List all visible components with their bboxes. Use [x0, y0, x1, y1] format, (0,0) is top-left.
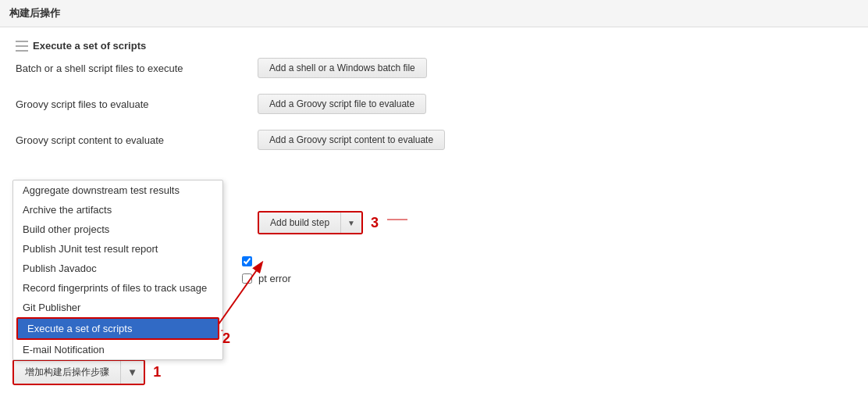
- groovy-content-row: Groovy script content to evaluate Add a …: [16, 130, 852, 150]
- menu-item-execute-scripts[interactable]: Execute a set of scripts: [18, 319, 218, 338]
- post-build-arrow-button[interactable]: ▼: [121, 361, 144, 384]
- section-title: Execute a set of scripts: [33, 40, 146, 52]
- main-content: Execute a set of scripts Batch or a shel…: [0, 27, 868, 178]
- menu-item-email[interactable]: E-mail Notification: [13, 340, 222, 359]
- batch-shell-row: Batch or a shell script files to execute…: [16, 58, 852, 78]
- add-groovy-file-button[interactable]: Add a Groovy script file to evaluate: [258, 94, 426, 114]
- batch-shell-label: Batch or a shell script files to execute: [16, 58, 258, 74]
- add-groovy-content-button[interactable]: Add a Groovy script content to evaluate: [258, 130, 445, 150]
- menu-item-publish-junit[interactable]: Publish JUnit test result report: [13, 239, 222, 259]
- add-build-step-arrow-button[interactable]: ▼: [341, 213, 361, 233]
- badge-1: 1: [153, 364, 161, 380]
- post-build-split-button: 增加构建后操作步骤 ▼: [12, 359, 145, 385]
- dropdown-menu: Aggregate downstream test results Archiv…: [12, 180, 223, 360]
- menu-item-git-publisher[interactable]: Git Publisher: [13, 298, 222, 317]
- add-shell-button[interactable]: Add a shell or a Windows batch file: [258, 58, 427, 78]
- execute-scripts-box: Execute a set of scripts: [16, 317, 219, 340]
- groovy-files-label: Groovy script files to evaluate: [16, 94, 258, 110]
- menu-item-publish-javadoc[interactable]: Publish Javadoc: [13, 259, 222, 278]
- add-build-step-main-button[interactable]: Add build step: [259, 213, 341, 233]
- add-build-step-area: Add build step ▼ 3: [258, 211, 379, 234]
- menu-item-aggregate[interactable]: Aggregate downstream test results: [13, 180, 222, 200]
- groovy-files-content: Add a Groovy script file to evaluate: [258, 94, 852, 114]
- checkboxes-section: pt error: [242, 256, 291, 284]
- groovy-content-content: Add a Groovy script content to evaluate: [258, 130, 852, 150]
- checkbox-row-1: [242, 256, 291, 266]
- menu-item-build-other[interactable]: Build other projects: [13, 220, 222, 239]
- drag-handle[interactable]: [16, 41, 28, 52]
- groovy-files-row: Groovy script files to evaluate Add a Gr…: [16, 94, 852, 114]
- page-title: 构建后操作: [0, 0, 868, 27]
- post-build-main-button[interactable]: 增加构建后操作步骤: [14, 361, 121, 384]
- checkbox-1[interactable]: [242, 256, 252, 266]
- badge-3: 3: [371, 215, 379, 231]
- menu-item-record-fingerprints[interactable]: Record fingerprints of files to track us…: [13, 278, 222, 298]
- checkbox-row-2: pt error: [242, 273, 291, 284]
- groovy-content-label: Groovy script content to evaluate: [16, 130, 258, 146]
- batch-shell-content: Add a shell or a Windows batch file: [258, 58, 852, 78]
- menu-item-archive[interactable]: Archive the artifacts: [13, 200, 222, 220]
- badge-2: 2: [222, 330, 230, 347]
- add-build-step-split-button: Add build step ▼: [258, 211, 363, 234]
- post-build-btn-area: 增加构建后操作步骤 ▼ 1: [12, 359, 161, 385]
- checkbox-2[interactable]: [242, 273, 252, 284]
- checkbox-2-label: pt error: [258, 273, 291, 284]
- section-header: Execute a set of scripts: [16, 40, 852, 52]
- page-container: 构建后操作 Execute a set of scripts Batch or …: [0, 0, 868, 393]
